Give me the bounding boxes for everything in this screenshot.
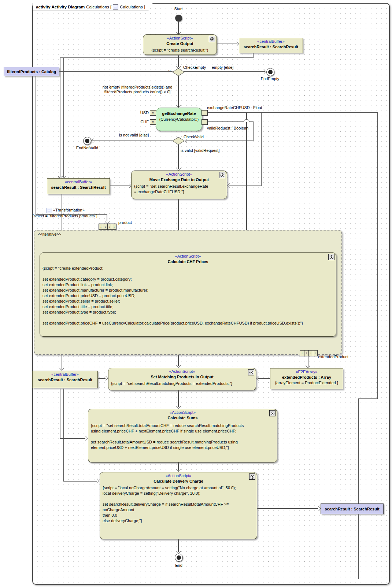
param-search-result-out[interactable]: searchResult : SearchResult: [321, 503, 384, 514]
pin-label-usd: USD: [137, 111, 149, 115]
exp-cell: ↓: [313, 351, 317, 356]
transformation-icon: =: [47, 208, 52, 213]
script-line: set extendedProduct.manufacturer = produ…: [42, 288, 333, 293]
edge: [358, 398, 378, 399]
final-node-end[interactable]: [175, 554, 183, 562]
script-line: {script = "set searchResult.matchingProd…: [111, 381, 253, 386]
exp-cell: ↓: [304, 351, 309, 356]
final-label: EndNotValid: [71, 146, 104, 150]
script-line: noChargeAmount: [103, 507, 254, 513]
edge: [253, 52, 254, 58]
action-title: Create Output: [143, 41, 217, 46]
exp-cell: ↓: [112, 224, 116, 229]
expansion-node-label: product: [118, 220, 132, 225]
script-line: using element.priceCHF + nextElement.pri…: [91, 428, 274, 434]
e2e-array-extended-products[interactable]: «E2EArray» extendedProducts : Array {arr…: [270, 368, 343, 389]
array-constraint: {arrayElement = ProductExtended }: [270, 380, 343, 386]
script-line: set searchResult.deliveryCharge = if sea…: [103, 502, 254, 507]
action-title: Calculate Sums: [88, 415, 277, 421]
edge: [92, 141, 173, 141]
start-label: Start: [171, 7, 186, 11]
script-line: = exchangeRateCHFUSD;"}: [134, 189, 224, 195]
value-pin-usd[interactable]: ∨: [150, 110, 156, 116]
action-icon: [249, 473, 255, 480]
action-title: Move Exchange Rate to Output: [132, 177, 227, 183]
edge: [358, 398, 359, 579]
action-calculate-sums[interactable]: «ActionScript» Calculate Sums {script = …: [88, 409, 277, 462]
script-line: then 0.0: [103, 513, 254, 518]
initial-node[interactable]: [175, 15, 182, 22]
expansion-node-product[interactable]: ↓↓↓↓: [99, 224, 117, 230]
output-pin-exchange-rate[interactable]: [201, 110, 208, 116]
stereotype-label: «ActionScript»: [108, 368, 256, 374]
script-line: set searchResult.totalAmountUSD = reduce…: [91, 439, 274, 445]
pin-label-exchange-rate: exchangeRateCHFUSD : Float: [207, 105, 262, 110]
script-line: {script = "local noChargeAmount = settin…: [103, 485, 254, 491]
stereotype-label: «ActionScript»: [143, 35, 217, 41]
guard-empty-else: empty [else]: [212, 65, 233, 70]
script-line: [103, 496, 254, 502]
script-line: [42, 271, 333, 277]
script-line: [42, 315, 333, 321]
stereotype-label: «ActionScript»: [40, 253, 336, 259]
script-text: {script = "set searchResult.totalAmountC…: [88, 421, 277, 450]
diagram-tab[interactable]: activity Activity Diagram Calculations […: [33, 3, 153, 11]
final-node-end-empty[interactable]: [266, 68, 274, 76]
edge: [63, 481, 97, 482]
script-line: element.priceUSD + nextElement.priceUSD …: [91, 445, 274, 450]
guard-line: not empty [filteredProducts.exists() and: [93, 85, 181, 90]
action-set-matching-products[interactable]: «ActionScript» Set Matching Products in …: [108, 368, 256, 390]
script-line: {script = "create searchResult;"}: [146, 48, 214, 53]
edge: [60, 57, 60, 177]
action-icon: [269, 410, 275, 416]
edge: [377, 112, 378, 399]
central-buffer-top[interactable]: «centralBuffer» searchResult : SearchRes…: [239, 38, 303, 53]
central-buffer-low[interactable]: «centralBuffer» searchResult : SearchRes…: [32, 371, 98, 388]
final-label: End: [172, 563, 185, 568]
action-icon: [209, 36, 215, 42]
script-line: set extendedProduct.seller = product.sel…: [42, 299, 333, 304]
final-node-end-not-valid[interactable]: [83, 137, 91, 145]
transformation-stereotype: «Transformation»: [53, 208, 85, 213]
stereotype-label: «centralBuffer»: [239, 38, 303, 44]
edge: [186, 141, 253, 141]
expansion-node-extended-product[interactable]: ↓↓↓↓: [300, 350, 318, 356]
pin-label-chf: CHF: [137, 120, 149, 124]
action-get-exchange-rate[interactable]: getExchangeRate (CurrencyCalculator::): [156, 108, 202, 131]
action-calculate-delivery-charge[interactable]: «ActionScript» Calculate Delivery Charge…: [100, 472, 257, 539]
script-text: {script = "set searchResult.exchangeRate…: [132, 183, 227, 195]
stereotype-label: «centralBuffer»: [33, 371, 97, 377]
script-text: {script = "local noChargeAmount = settin…: [100, 484, 257, 524]
script-line: else deliveryCharge;"}: [103, 518, 254, 524]
guard-line: filteredProducts.products.count() > 0]: [93, 90, 181, 94]
action-icon: [219, 172, 225, 178]
central-buffer-mid[interactable]: «centralBuffer» searchResult : SearchRes…: [47, 178, 110, 194]
action-calculate-chf-prices[interactable]: «ActionScript» Calculate CHF Prices {scr…: [40, 252, 336, 337]
value-pin-chf[interactable]: ∨: [150, 119, 156, 125]
exp-cell: ↓: [103, 224, 108, 229]
script-line: set extendedProduct.priceCHF = useCurren…: [42, 321, 333, 326]
array-name: extendedProducts : Array: [270, 375, 343, 380]
action-move-exchange-rate[interactable]: «ActionScript» Move Exchange Rate to Out…: [131, 171, 227, 199]
script-line: set extendedProduct.title = product.titl…: [42, 304, 333, 310]
action-subtitle: (CurrencyCalculator::): [156, 116, 202, 123]
pin-glyph: ∨: [152, 111, 154, 115]
script-text: {script = "create extendedProduct; set e…: [40, 265, 336, 326]
param-filtered-products[interactable]: filteredProducts : Catalog: [4, 67, 59, 76]
stereotype-label: «centralBuffer»: [47, 179, 110, 185]
script-line: set extendedProduct.priceUSD = product.p…: [42, 293, 333, 299]
buffer-name: searchResult : SearchResult: [47, 185, 110, 190]
decision-label: CheckValid: [184, 135, 204, 139]
decision-label: CheckEmpty: [183, 65, 206, 70]
edge: [256, 508, 318, 509]
script-line: {script = "create extendedProduct;: [42, 266, 333, 271]
edge: [59, 71, 173, 72]
output-pin-valid-request[interactable]: [201, 119, 208, 125]
tab-name-suffix: Calculations ]: [120, 5, 145, 9]
edge-jump: [244, 119, 249, 122]
action-create-output[interactable]: «ActionScript» Create Output {script = "…: [143, 34, 217, 55]
final-label: EndEmpty: [255, 76, 285, 81]
action-title: Calculate CHF Prices: [40, 259, 336, 265]
edge: [60, 57, 253, 58]
action-icon: [328, 254, 334, 260]
